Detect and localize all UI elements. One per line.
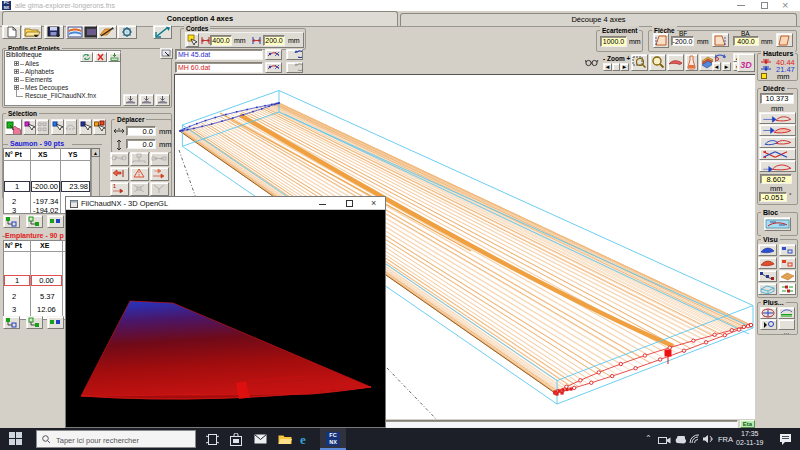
svg-text:x: x [118, 127, 120, 131]
svg-text:1: 1 [113, 183, 116, 189]
